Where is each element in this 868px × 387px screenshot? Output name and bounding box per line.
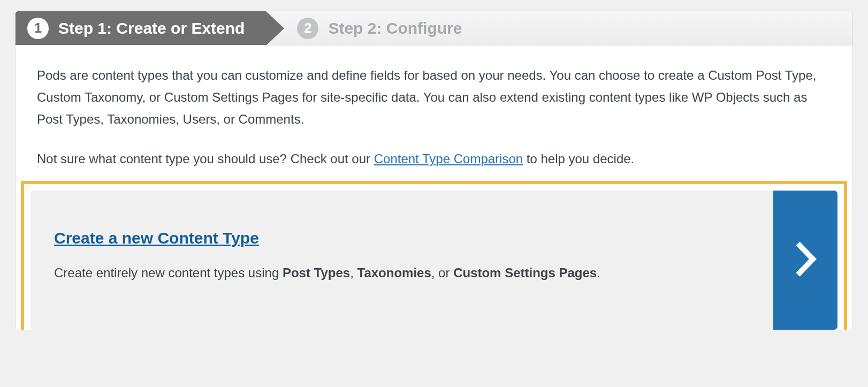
- option-title: Create a new Content Type: [54, 229, 750, 247]
- desc-bold-settings-pages: Custom Settings Pages: [453, 265, 597, 280]
- wizard-steps-header: 1 Step 1: Create or Extend 2 Step 2: Con…: [16, 11, 852, 45]
- create-content-type-link[interactable]: Create a new Content Type: [54, 229, 259, 247]
- step-1-number-badge: 1: [27, 18, 49, 39]
- create-content-type-card[interactable]: Create a new Content Type Create entirel…: [31, 191, 837, 330]
- intro-p2-before: Not sure what content type you should us…: [37, 151, 374, 166]
- content-type-comparison-link[interactable]: Content Type Comparison: [374, 151, 523, 166]
- highlighted-option-frame: Create a new Content Type Create entirel…: [21, 181, 847, 330]
- step-1-tab[interactable]: 1 Step 1: Create or Extend: [16, 11, 266, 45]
- desc-sep2: , or: [431, 265, 453, 280]
- option-description: Create entirely new content types using …: [54, 263, 750, 283]
- option-arrow-button[interactable]: [773, 191, 837, 330]
- desc-bold-post-types: Post Types: [283, 265, 350, 280]
- wizard-panel: 1 Step 1: Create or Extend 2 Step 2: Con…: [15, 11, 853, 330]
- option-text-area: Create a new Content Type Create entirel…: [31, 191, 773, 330]
- step-2-tab[interactable]: 2 Step 2: Configure: [266, 11, 852, 45]
- desc-bold-taxonomies: Taxonomies: [357, 265, 431, 280]
- desc-after: .: [597, 265, 600, 280]
- step-1-label: Step 1: Create or Extend: [58, 19, 245, 37]
- intro-paragraph-1: Pods are content types that you can cust…: [37, 65, 831, 130]
- intro-p2-after: to help you decide.: [523, 151, 634, 166]
- chevron-right-icon: [794, 240, 817, 280]
- desc-sep1: ,: [350, 265, 357, 280]
- intro-paragraph-2: Not sure what content type you should us…: [37, 148, 831, 170]
- desc-before: Create entirely new content types using: [54, 265, 283, 280]
- step-2-label: Step 2: Configure: [328, 19, 462, 37]
- intro-text-block: Pods are content types that you can cust…: [16, 45, 852, 181]
- step-2-number-badge: 2: [297, 18, 318, 39]
